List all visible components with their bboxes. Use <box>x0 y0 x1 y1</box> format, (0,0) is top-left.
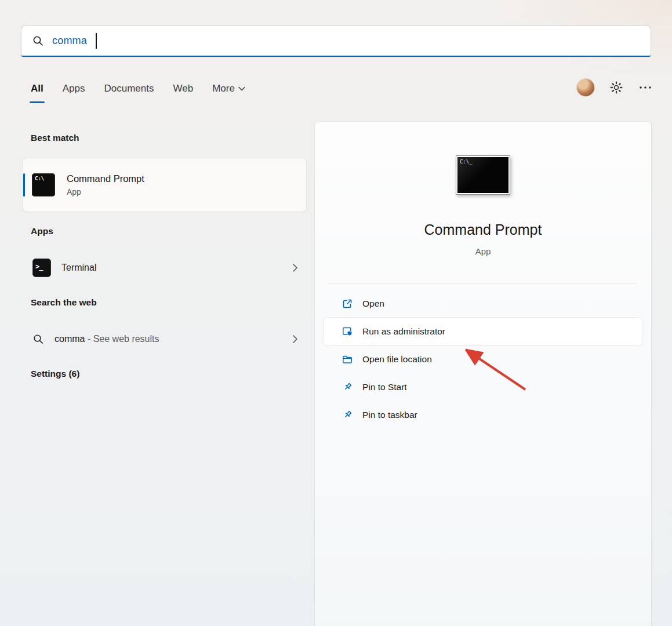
tab-web[interactable]: Web <box>173 83 193 96</box>
result-subtitle: App <box>67 187 144 196</box>
command-prompt-icon: C:\ <box>32 173 55 196</box>
header-right-controls <box>577 79 652 96</box>
terminal-icon: >_ <box>32 259 51 277</box>
preview-subtitle: App <box>315 246 651 256</box>
more-options-icon[interactable] <box>638 83 652 92</box>
search-the-web-heading: Search the web <box>31 297 97 308</box>
action-pin-to-taskbar[interactable]: Pin to taskbar <box>324 401 642 429</box>
search-filter-tabs: All Apps Documents Web More <box>31 83 245 96</box>
action-label: Pin to taskbar <box>362 410 417 420</box>
search-icon <box>32 333 44 345</box>
admin-shield-icon <box>342 326 353 337</box>
tab-apps[interactable]: Apps <box>63 83 85 96</box>
action-label: Open file location <box>362 354 432 365</box>
open-external-icon <box>342 298 353 310</box>
user-avatar[interactable] <box>577 79 594 96</box>
web-query-label: comma - See web results <box>55 334 159 344</box>
result-label: Terminal <box>61 263 96 273</box>
search-icon <box>32 35 44 47</box>
command-prompt-large-icon: C:\_ <box>456 155 510 195</box>
action-open[interactable]: Open <box>324 290 642 318</box>
action-run-as-administrator[interactable]: Run as administrator <box>324 318 642 345</box>
pin-icon <box>342 409 353 421</box>
tab-more[interactable]: More <box>212 83 245 96</box>
apps-heading: Apps <box>31 226 53 236</box>
settings-heading: Settings (6) <box>31 369 79 379</box>
preview-panel: C:\_ Command Prompt App Open Run <box>315 122 651 626</box>
action-list: Open Run as administrator Open file loca… <box>324 290 642 429</box>
pin-icon <box>342 381 353 393</box>
chevron-down-icon <box>238 86 245 91</box>
action-label: Open <box>362 299 384 309</box>
best-match-result-command-prompt[interactable]: C:\ Command Prompt App <box>23 158 306 212</box>
chevron-right-icon <box>292 263 298 272</box>
settings-gear-icon[interactable] <box>609 81 623 94</box>
folder-icon <box>342 354 353 365</box>
best-match-heading: Best match <box>31 133 79 143</box>
result-title: Command Prompt <box>67 173 144 184</box>
divider <box>329 283 637 283</box>
tab-all[interactable]: All <box>31 83 43 96</box>
action-open-file-location[interactable]: Open file location <box>324 345 642 373</box>
search-query-text: comma <box>52 35 87 47</box>
selection-indicator <box>23 173 25 196</box>
search-input[interactable]: comma <box>21 26 651 57</box>
tab-documents[interactable]: Documents <box>104 83 154 96</box>
windows-search-flyout: { "colors": { "accent": "#0067c0", "arro… <box>0 0 672 626</box>
text-caret <box>96 33 97 49</box>
result-terminal[interactable]: >_ Terminal <box>23 252 306 283</box>
action-pin-to-start[interactable]: Pin to Start <box>324 373 642 401</box>
web-suffix: - See web results <box>85 334 159 344</box>
action-label: Pin to Start <box>362 382 407 392</box>
chevron-right-icon <box>292 334 298 344</box>
result-web-search[interactable]: comma - See web results <box>23 323 306 355</box>
preview-title: Command Prompt <box>315 221 651 238</box>
action-label: Run as administrator <box>362 326 445 337</box>
